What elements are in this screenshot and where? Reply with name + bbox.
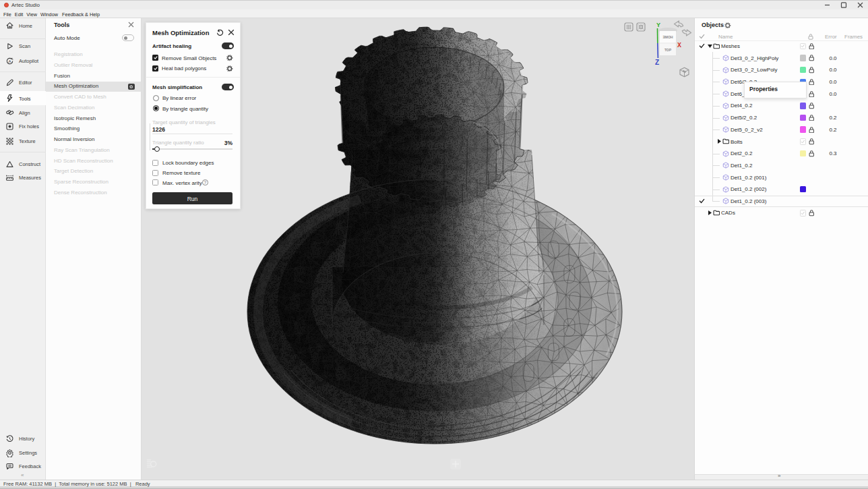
svg-text:A: A: [8, 59, 11, 63]
